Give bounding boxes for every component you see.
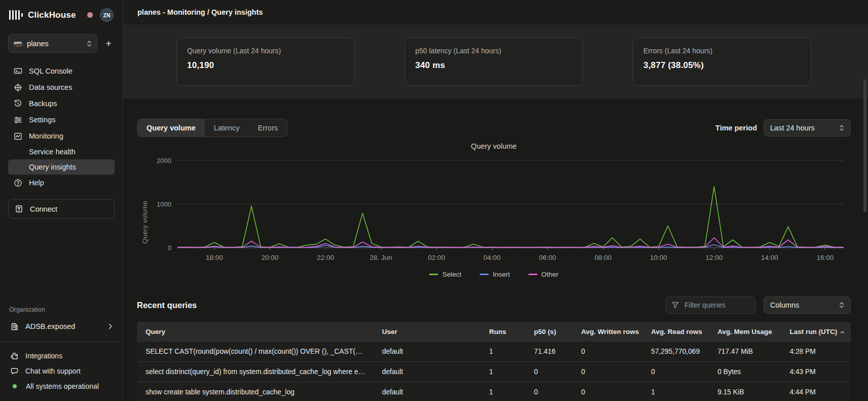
scrollbar[interactable]	[863, 79, 866, 212]
brand-name: ClickHouse	[28, 10, 76, 20]
sidebar-item-label: Help	[29, 179, 44, 187]
notification-dot[interactable]	[87, 12, 93, 18]
columns-select[interactable]: Columns	[764, 296, 851, 314]
footer-item-label: Chat with support	[25, 367, 81, 375]
cell-runs: 1	[481, 361, 526, 382]
cell-last-run: 4:43 PM	[781, 361, 851, 382]
service-selector[interactable]: aws planes	[8, 34, 97, 53]
cell-runs: 1	[481, 341, 526, 361]
cell-p50: 0	[526, 361, 573, 382]
sidebar-item-settings[interactable]: Settings	[8, 112, 115, 128]
sidebar-item-monitoring[interactable]: Monitoring	[8, 128, 115, 144]
stat-value: 10,190	[187, 60, 344, 71]
app-root: ClickHouse ZN aws planes + SQL Console	[0, 0, 868, 401]
breadcrumb: planes - Monitoring / Query insights	[137, 8, 263, 16]
table-row[interactable]: show create table system.distributed_cac…	[137, 382, 851, 401]
cell-p50: 71.416	[526, 341, 573, 361]
time-period-value: Last 24 hours	[770, 124, 815, 132]
cell-avg-read: 57,295,770,069	[643, 341, 709, 361]
stat-card-query-volume: Query volume (Last 24 hours) 10,190	[176, 38, 355, 86]
chevron-updown-icon	[87, 40, 92, 47]
svg-text:16:00: 16:00	[817, 254, 834, 261]
column-header-avg-written[interactable]: Avg. Written rows	[573, 322, 643, 341]
legend-label: Insert	[493, 271, 510, 278]
legend-item-insert[interactable]: Insert	[480, 271, 510, 278]
column-header-runs[interactable]: Runs	[481, 322, 526, 341]
content: Query volume Latency Errors Time period …	[123, 98, 868, 401]
stat-card-p50-latency: p50 latency (Last 24 hours) 340 ms	[405, 38, 583, 86]
filter-queries-box	[665, 296, 755, 314]
svg-text:20:00: 20:00	[262, 254, 279, 261]
tab-query-volume[interactable]: Query volume	[137, 119, 205, 137]
svg-text:28. Jun: 28. Jun	[370, 254, 392, 261]
filter-queries-input[interactable]	[683, 300, 749, 310]
table-row[interactable]: SELECT CAST(round(pow(count() / max(coun…	[137, 341, 851, 361]
chart-title: Query volume	[137, 142, 851, 153]
svg-text:08:00: 08:00	[595, 254, 612, 261]
cell-user: default	[374, 382, 481, 401]
stat-label: Query volume (Last 24 hours)	[187, 47, 344, 55]
cell-avg-mem: 0 Bytes	[709, 361, 781, 382]
history-icon	[13, 99, 22, 108]
stat-value: 340 ms	[415, 60, 572, 71]
add-service-button[interactable]: +	[102, 39, 115, 49]
sidebar-item-backups[interactable]: Backups	[8, 95, 115, 112]
sidebar-item-service-health[interactable]: Service health	[8, 144, 115, 159]
sidebar-item-query-insights[interactable]: Query insights	[8, 159, 115, 175]
cell-user: default	[374, 361, 481, 382]
sidebar-item-sql-console[interactable]: SQL Console	[8, 63, 115, 79]
cell-query: select distrinct(query_id) from system.d…	[137, 361, 374, 382]
stat-card-errors: Errors (Last 24 hours) 3,877 (38.05%)	[633, 38, 811, 86]
cell-avg-written: 0	[573, 361, 643, 382]
funnel-icon	[672, 302, 679, 309]
cell-avg-mem: 9.15 KiB	[709, 382, 781, 401]
organization-item[interactable]: ADSB.exposed	[8, 318, 115, 335]
cell-runs: 1	[481, 382, 526, 401]
tab-errors[interactable]: Errors	[249, 119, 287, 137]
logo-row: ClickHouse ZN	[8, 6, 115, 23]
svg-text:14:00: 14:00	[761, 254, 778, 261]
connect-label: Connect	[30, 205, 57, 213]
sidebar-item-data-sources[interactable]: Data sources	[8, 79, 115, 95]
legend-swatch-other	[528, 274, 537, 275]
column-header-p50[interactable]: p50 (s)	[526, 322, 573, 341]
table-row[interactable]: select distrinct(query_id) from system.d…	[137, 361, 851, 382]
cell-query: show create table system.distributed_cac…	[137, 382, 374, 401]
sidebar-item-label: Settings	[29, 116, 55, 124]
legend-label: Select	[442, 271, 461, 278]
column-header-avg-mem[interactable]: Avg. Mem Usage	[709, 322, 781, 341]
puzzle-icon	[10, 352, 19, 360]
column-header-query[interactable]: Query	[137, 322, 374, 341]
cell-p50: 0	[526, 382, 573, 401]
chevron-right-icon	[108, 323, 113, 329]
monitoring-chart-icon	[13, 131, 22, 141]
svg-text:22:00: 22:00	[317, 254, 334, 261]
sidebar: ClickHouse ZN aws planes + SQL Console	[0, 0, 123, 401]
columns-label: Columns	[770, 301, 799, 309]
time-period-select[interactable]: Last 24 hours	[764, 119, 851, 137]
organization-name: ADSB.exposed	[25, 322, 75, 330]
chevron-updown-icon	[839, 302, 844, 309]
footer-item-label: All systems operational	[26, 382, 99, 390]
chart-plot: 01000200018:0020:0022:0028. Jun02:0004:0…	[137, 153, 849, 268]
sliders-icon	[13, 115, 22, 124]
connect-icon	[15, 205, 23, 213]
legend-item-select[interactable]: Select	[429, 271, 461, 278]
tab-latency[interactable]: Latency	[205, 119, 249, 137]
avatar[interactable]: ZN	[100, 8, 114, 22]
column-header-user[interactable]: User	[374, 322, 481, 341]
svg-text:10:00: 10:00	[650, 254, 667, 261]
column-header-last-run[interactable]: Last run (UTC)	[781, 322, 851, 341]
topbar: planes - Monitoring / Query insights	[123, 0, 868, 24]
sidebar-item-help[interactable]: Help	[8, 175, 115, 191]
chart-tabs: Query volume Latency Errors	[137, 119, 287, 137]
connect-button[interactable]: Connect	[8, 199, 115, 219]
legend-swatch-select	[429, 274, 438, 275]
chat-support-item[interactable]: Chat with support	[8, 363, 115, 379]
sidebar-divider	[0, 342, 123, 342]
sidebar-nav: SQL Console Data sources Backups Setting…	[8, 63, 115, 191]
column-header-avg-read[interactable]: Avg. Read rows	[643, 322, 709, 341]
system-status-item[interactable]: All systems operational	[8, 379, 115, 394]
integrations-item[interactable]: Integrations	[8, 348, 115, 363]
legend-item-other[interactable]: Other	[528, 271, 559, 278]
